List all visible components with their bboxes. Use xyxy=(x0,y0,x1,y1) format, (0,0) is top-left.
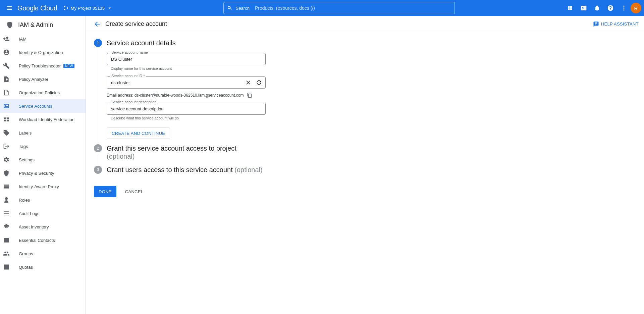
shield-icon xyxy=(6,21,13,29)
sidebar-item-policy-troubleshooter[interactable]: Policy TroubleshooterNEW xyxy=(0,59,86,72)
sidebar-item-essential-contacts[interactable]: Essential Contacts xyxy=(0,233,86,247)
sidebar-item-asset-inventory[interactable]: Asset Inventory xyxy=(0,220,86,233)
menu-icon[interactable] xyxy=(3,1,16,15)
list-icon xyxy=(6,210,13,217)
page-title: Create service account xyxy=(105,20,167,28)
notifications-icon[interactable] xyxy=(590,1,604,15)
topbar: Google Cloud My Project 35135 Search R xyxy=(0,0,644,16)
svg-point-0 xyxy=(64,6,65,7)
project-name: My Project 35135 xyxy=(71,6,105,11)
search-icon xyxy=(227,5,232,11)
sidebar-item-label: Asset Inventory xyxy=(19,224,49,229)
main: Create service account HELP ASSISTANT 1 … xyxy=(86,16,644,314)
content: 1 Service account details Service accoun… xyxy=(86,32,644,204)
step-2-title: Grant this service account access to pro… xyxy=(107,144,236,160)
doc-icon xyxy=(6,89,13,96)
search-wrap: Search xyxy=(115,2,564,14)
project-selector[interactable]: My Project 35135 xyxy=(63,5,115,11)
logo[interactable]: Google Cloud xyxy=(17,4,57,12)
service-account-description-field: Service account description Describe wha… xyxy=(107,103,266,120)
sidebar-item-label: Identity-Aware Proxy xyxy=(19,184,59,189)
name-helper: Display name for this service account xyxy=(107,66,266,70)
svg-point-5 xyxy=(623,9,624,10)
groups-icon xyxy=(6,250,13,257)
sidebar-item-iam[interactable]: IAM xyxy=(0,32,86,46)
sidebar-item-settings[interactable]: Settings xyxy=(0,153,86,166)
avatar[interactable]: R xyxy=(631,3,641,13)
svg-point-2 xyxy=(67,7,68,9)
sidebar-item-privacy-security[interactable]: Privacy & Security xyxy=(0,166,86,180)
search-box[interactable]: Search xyxy=(223,2,455,14)
search-label: Search xyxy=(236,6,250,11)
sidebar-item-label: Privacy & Security xyxy=(19,171,54,176)
chat-icon xyxy=(593,21,599,27)
tag-arrow-icon xyxy=(6,143,13,150)
id-label: Service account ID * xyxy=(110,74,146,78)
create-and-continue-button[interactable]: CREATE AND CONTINUE xyxy=(107,127,170,139)
sidebar-item-label: Groups xyxy=(19,251,33,256)
clear-id-button[interactable] xyxy=(244,78,253,87)
back-button[interactable] xyxy=(91,18,103,30)
sidebar-item-label: Quotas xyxy=(19,265,33,270)
name-label: Service account name xyxy=(110,50,149,54)
tag-icon xyxy=(6,129,13,136)
account-circle-icon xyxy=(6,49,13,56)
sidebar-item-label: Essential Contacts xyxy=(19,238,55,243)
service-account-name-field: Service account name Display name for th… xyxy=(107,53,266,70)
sidebar-item-groups[interactable]: Groups xyxy=(0,247,86,260)
sidebar-item-identity-aware-proxy[interactable]: Identity-Aware Proxy xyxy=(0,180,86,193)
sidebar-item-label: Policy Troubleshooter xyxy=(19,63,61,68)
shield-icon xyxy=(6,170,13,176)
sidebar-item-workload-identity-federation[interactable]: Workload Identity Federation xyxy=(0,113,86,126)
help-assistant-button[interactable]: HELP ASSISTANT xyxy=(593,21,639,27)
gift-icon[interactable] xyxy=(564,1,577,15)
copy-email-button[interactable] xyxy=(247,93,252,98)
topbar-right: R xyxy=(564,1,641,15)
desc-helper: Describe what this service account will … xyxy=(107,116,266,120)
service-account-name-input[interactable] xyxy=(107,53,266,65)
sidebar-item-label: Service Accounts xyxy=(19,104,52,109)
svg-point-3 xyxy=(623,6,624,7)
sidebar-section-title: IAM & Admin xyxy=(0,17,86,32)
sidebar-item-labels[interactable]: Labels xyxy=(0,126,86,140)
sidebar-item-audit-logs[interactable]: Audit Logs xyxy=(0,207,86,220)
svg-point-1 xyxy=(64,9,65,10)
roles-icon xyxy=(6,197,13,203)
cancel-button[interactable]: CANCEL xyxy=(120,186,148,197)
doc-search-icon xyxy=(6,76,13,83)
sidebar-item-organization-policies[interactable]: Organization Policies xyxy=(0,86,86,99)
step-3-circle[interactable]: 3 xyxy=(94,166,102,174)
sidebar-item-label: Workload Identity Federation xyxy=(19,117,74,122)
step-1-title: Service account details xyxy=(107,39,266,47)
sidebar-item-label: Roles xyxy=(19,198,30,203)
help-icon[interactable] xyxy=(604,1,617,15)
sidebar-item-identity-organization[interactable]: Identity & Organization xyxy=(0,46,86,59)
federation-icon xyxy=(6,116,13,123)
more-icon[interactable] xyxy=(617,1,631,15)
quota-icon xyxy=(6,264,13,270)
step-2-circle[interactable]: 2 xyxy=(94,144,102,152)
iap-icon xyxy=(6,183,13,190)
search-input[interactable] xyxy=(255,5,451,11)
contacts-icon xyxy=(6,237,13,244)
service-account-description-input[interactable] xyxy=(107,103,266,115)
sidebar-item-quotas[interactable]: Quotas xyxy=(0,260,86,274)
cloud-shell-icon[interactable] xyxy=(577,1,590,15)
done-button[interactable]: DONE xyxy=(94,186,116,197)
sidebar-item-label: IAM xyxy=(19,37,26,42)
layers-icon xyxy=(6,223,13,230)
sidebar-item-label: Identity & Organization xyxy=(19,50,63,55)
sidebar-item-roles[interactable]: Roles xyxy=(0,193,86,207)
service-account-id-input[interactable] xyxy=(107,76,266,89)
sidebar-item-service-accounts[interactable]: Service Accounts xyxy=(0,99,86,113)
sidebar-item-label: Labels xyxy=(19,130,32,136)
sidebar-item-label: Organization Policies xyxy=(19,90,60,95)
sidebar-item-policy-analyzer[interactable]: Policy Analyzer xyxy=(0,72,86,86)
footer-actions: DONE CANCEL xyxy=(94,186,636,197)
id-card-icon xyxy=(6,103,13,109)
sidebar-item-label: Settings xyxy=(19,157,35,162)
logo-cloud: Cloud xyxy=(40,4,57,12)
sidebar-item-tags[interactable]: Tags xyxy=(0,140,86,153)
regenerate-id-button[interactable] xyxy=(254,78,264,87)
logo-google: Google xyxy=(17,4,39,12)
